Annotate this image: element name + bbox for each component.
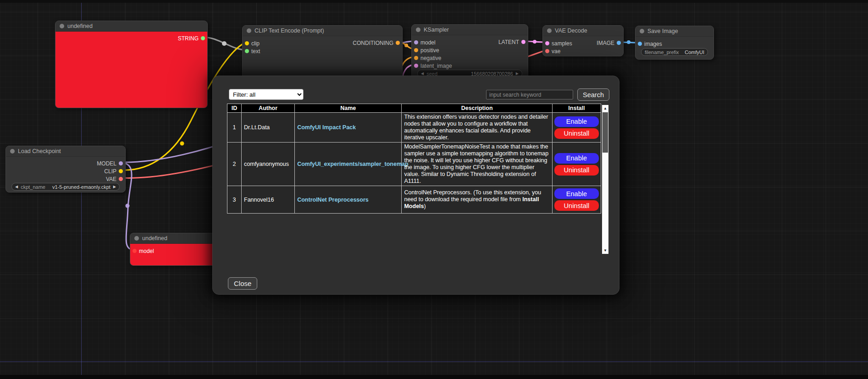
enable-button[interactable]: Enable: [554, 188, 599, 199]
slot-label: samples: [552, 40, 572, 47]
slot-label: images: [644, 41, 662, 47]
collapse-dot-icon[interactable]: [547, 28, 552, 33]
scroll-down-icon[interactable]: ▼: [602, 247, 608, 254]
widget-name: filename_prefix: [645, 49, 679, 55]
input-slot-text[interactable]: [245, 49, 249, 53]
node-header[interactable]: undefined: [55, 21, 207, 32]
input-slot-model[interactable]: [133, 249, 137, 253]
decrement-arrow-icon[interactable]: ◀: [15, 185, 18, 189]
slot-label: vae: [552, 48, 560, 55]
node-header[interactable]: CLIP Text Encode (Prompt): [243, 26, 402, 36]
slot-label: CONDITIONING: [353, 40, 393, 46]
node-undefined-1[interactable]: undefined STRING: [55, 21, 208, 108]
extension-id: 2: [227, 143, 242, 186]
extension-name-cell: ComfyUI Impact Pack: [295, 113, 402, 143]
node-title: Load Checkpoint: [18, 148, 61, 154]
input-slot-images[interactable]: [638, 42, 642, 46]
input-slot-positive[interactable]: [414, 48, 418, 52]
install-custom-nodes-dialog: Filter: all Search IDAuthorNameDescripti…: [212, 76, 619, 295]
output-slot-clip[interactable]: [119, 169, 123, 173]
decrement-arrow-icon[interactable]: ◀: [421, 72, 424, 76]
search-button[interactable]: Search: [577, 88, 609, 101]
node-header[interactable]: Save Image: [636, 26, 713, 37]
node-title: Save Image: [647, 28, 678, 34]
node-header[interactable]: undefined: [130, 233, 216, 244]
close-button[interactable]: Close: [228, 277, 257, 290]
node-title: CLIP Text Encode (Prompt): [254, 27, 324, 34]
extension-row: 1Dr.Lt.DataComfyUI Impact PackThis exten…: [227, 113, 601, 143]
column-header: Name: [295, 104, 402, 113]
enable-button[interactable]: Enable: [554, 153, 599, 164]
input-slot-clip[interactable]: [245, 41, 249, 45]
uninstall-button[interactable]: Uninstall: [554, 165, 599, 176]
uninstall-button[interactable]: Uninstall: [554, 128, 599, 139]
widget-name: ckpt_name: [21, 184, 45, 190]
output-slot-conditioning[interactable]: [396, 41, 400, 45]
collapse-dot-icon[interactable]: [10, 149, 15, 154]
input-slot-model[interactable]: [414, 40, 418, 44]
uninstall-button[interactable]: Uninstall: [554, 200, 599, 211]
increment-arrow-icon[interactable]: ▶: [113, 185, 116, 189]
enable-button[interactable]: Enable: [554, 116, 599, 127]
node-header[interactable]: Load Checkpoint: [6, 146, 125, 157]
collapse-dot-icon[interactable]: [134, 236, 139, 241]
extension-row: 2comfyanonymousComfyUI_experiments/sampl…: [227, 143, 601, 186]
extension-link[interactable]: ComfyUI_experiments/sampler_tonemap: [297, 161, 408, 167]
node-title: undefined: [67, 23, 93, 29]
node-undefined-2[interactable]: undefined model: [130, 233, 216, 266]
filter-select[interactable]: Filter: all: [229, 89, 304, 100]
slot-label: STRING: [178, 35, 199, 42]
canvas-bottom-edge: [0, 375, 868, 379]
canvas-axis-horizontal: [0, 361, 868, 362]
filename-prefix-widget[interactable]: filename_prefix ComfyUI: [641, 48, 708, 56]
extensions-table: IDAuthorNameDescriptionInstall 1Dr.Lt.Da…: [227, 104, 601, 214]
widget-value: ComfyUI: [685, 49, 704, 55]
table-header-row: IDAuthorNameDescriptionInstall: [227, 104, 601, 113]
extension-id: 1: [227, 113, 242, 143]
collapse-dot-icon[interactable]: [60, 24, 64, 28]
extension-description: ModelSamplerTonemapNoiseTest a node that…: [402, 143, 552, 186]
scroll-up-icon[interactable]: ▲: [602, 105, 608, 112]
collapse-dot-icon[interactable]: [416, 27, 420, 32]
input-slot-samples[interactable]: [545, 41, 549, 45]
node-load-checkpoint[interactable]: Load Checkpoint MODEL CLIP VAE ◀ ckpt_na…: [6, 146, 126, 192]
node-vae-decode[interactable]: VAE Decode samples vae IMAGE: [542, 25, 624, 56]
extension-id: 3: [227, 186, 242, 214]
output-slot-model[interactable]: [119, 161, 123, 165]
extension-link[interactable]: ControlNet Preprocessors: [297, 197, 369, 203]
ckpt-name-widget[interactable]: ◀ ckpt_name v1-5-pruned-emaonly.ckpt ▶: [11, 183, 120, 191]
scrollbar-thumb[interactable]: [603, 112, 608, 153]
extension-row: 3Fannovel16ControlNet PreprocessorsContr…: [227, 186, 601, 214]
node-header[interactable]: KSampler: [412, 25, 528, 35]
extension-install-cell: EnableUninstall: [552, 113, 601, 143]
collapse-dot-icon[interactable]: [247, 28, 251, 33]
extension-name-cell: ControlNet Preprocessors: [295, 186, 402, 214]
slot-label: IMAGE: [597, 40, 614, 46]
collapse-dot-icon[interactable]: [640, 29, 644, 33]
slot-label: latent_image: [420, 63, 452, 69]
input-slot-vae[interactable]: [545, 49, 549, 53]
input-slot-negative[interactable]: [414, 56, 418, 60]
extension-install-cell: EnableUninstall: [552, 143, 601, 186]
node-save-image[interactable]: Save Image images filename_prefix ComfyU…: [635, 26, 714, 60]
output-slot-vae[interactable]: [119, 177, 123, 181]
output-slot-image[interactable]: [617, 41, 621, 45]
slot-label: model: [420, 39, 436, 46]
increment-arrow-icon[interactable]: ▶: [516, 72, 519, 76]
extensions-table-body: 1Dr.Lt.DataComfyUI Impact PackThis exten…: [227, 113, 601, 214]
extension-link[interactable]: ComfyUI Impact Pack: [297, 124, 356, 131]
node-header[interactable]: VAE Decode: [543, 26, 623, 36]
scrollbar[interactable]: ▲ ▼: [602, 105, 608, 254]
output-slot-string[interactable]: [201, 36, 205, 40]
output-slot-latent[interactable]: [521, 40, 525, 44]
node-title: VAE Decode: [555, 27, 587, 34]
comfyui-canvas[interactable]: undefined STRING CLIP Text Encode (Promp…: [0, 0, 868, 379]
extension-author: Dr.Lt.Data: [242, 113, 295, 143]
search-input[interactable]: [486, 90, 573, 99]
slot-label: model: [139, 248, 154, 254]
node-title: KSampler: [424, 27, 449, 33]
slot-label: clip: [251, 40, 260, 47]
input-slot-latent-image[interactable]: [414, 64, 418, 68]
slot-label: text: [251, 48, 260, 55]
widget-value: v1-5-pruned-emaonly.ckpt: [52, 184, 111, 190]
